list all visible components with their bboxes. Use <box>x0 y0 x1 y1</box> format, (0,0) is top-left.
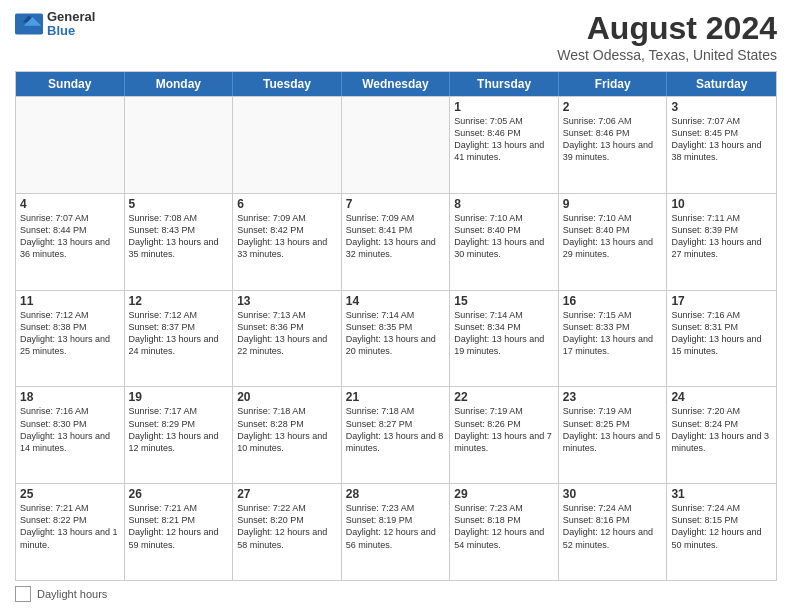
day-number: 27 <box>237 487 337 501</box>
calendar-body: 1Sunrise: 7:05 AMSunset: 8:46 PMDaylight… <box>16 96 776 580</box>
calendar-row-3: 18Sunrise: 7:16 AMSunset: 8:30 PMDayligh… <box>16 386 776 483</box>
calendar-cell: 4Sunrise: 7:07 AMSunset: 8:44 PMDaylight… <box>16 194 125 290</box>
day-number: 13 <box>237 294 337 308</box>
day-number: 16 <box>563 294 663 308</box>
cell-info: Sunrise: 7:23 AMSunset: 8:19 PMDaylight:… <box>346 502 446 551</box>
day-number: 14 <box>346 294 446 308</box>
calendar-cell: 7Sunrise: 7:09 AMSunset: 8:41 PMDaylight… <box>342 194 451 290</box>
cell-info: Sunrise: 7:14 AMSunset: 8:34 PMDaylight:… <box>454 309 554 358</box>
cell-info: Sunrise: 7:09 AMSunset: 8:42 PMDaylight:… <box>237 212 337 261</box>
header-day-sunday: Sunday <box>16 72 125 96</box>
calendar-cell: 13Sunrise: 7:13 AMSunset: 8:36 PMDayligh… <box>233 291 342 387</box>
day-number: 6 <box>237 197 337 211</box>
cell-info: Sunrise: 7:21 AMSunset: 8:22 PMDaylight:… <box>20 502 120 551</box>
title-block: August 2024 West Odessa, Texas, United S… <box>557 10 777 63</box>
header-day-saturday: Saturday <box>667 72 776 96</box>
calendar-cell: 25Sunrise: 7:21 AMSunset: 8:22 PMDayligh… <box>16 484 125 580</box>
day-number: 29 <box>454 487 554 501</box>
cell-info: Sunrise: 7:12 AMSunset: 8:38 PMDaylight:… <box>20 309 120 358</box>
calendar-cell: 18Sunrise: 7:16 AMSunset: 8:30 PMDayligh… <box>16 387 125 483</box>
calendar-cell: 31Sunrise: 7:24 AMSunset: 8:15 PMDayligh… <box>667 484 776 580</box>
daylight-swatch <box>15 586 31 602</box>
cell-info: Sunrise: 7:08 AMSunset: 8:43 PMDaylight:… <box>129 212 229 261</box>
header-day-monday: Monday <box>125 72 234 96</box>
calendar-cell <box>233 97 342 193</box>
calendar-cell: 27Sunrise: 7:22 AMSunset: 8:20 PMDayligh… <box>233 484 342 580</box>
calendar-cell: 11Sunrise: 7:12 AMSunset: 8:38 PMDayligh… <box>16 291 125 387</box>
cell-info: Sunrise: 7:22 AMSunset: 8:20 PMDaylight:… <box>237 502 337 551</box>
cell-info: Sunrise: 7:06 AMSunset: 8:46 PMDaylight:… <box>563 115 663 164</box>
calendar-cell <box>125 97 234 193</box>
cell-info: Sunrise: 7:11 AMSunset: 8:39 PMDaylight:… <box>671 212 772 261</box>
calendar-cell: 26Sunrise: 7:21 AMSunset: 8:21 PMDayligh… <box>125 484 234 580</box>
cell-info: Sunrise: 7:19 AMSunset: 8:26 PMDaylight:… <box>454 405 554 454</box>
day-number: 23 <box>563 390 663 404</box>
day-number: 20 <box>237 390 337 404</box>
calendar-cell: 8Sunrise: 7:10 AMSunset: 8:40 PMDaylight… <box>450 194 559 290</box>
calendar-cell: 1Sunrise: 7:05 AMSunset: 8:46 PMDaylight… <box>450 97 559 193</box>
cell-info: Sunrise: 7:10 AMSunset: 8:40 PMDaylight:… <box>563 212 663 261</box>
header: General Blue August 2024 West Odessa, Te… <box>15 10 777 63</box>
day-number: 30 <box>563 487 663 501</box>
day-number: 4 <box>20 197 120 211</box>
calendar-cell: 21Sunrise: 7:18 AMSunset: 8:27 PMDayligh… <box>342 387 451 483</box>
header-day-tuesday: Tuesday <box>233 72 342 96</box>
logo-blue: Blue <box>47 24 95 38</box>
calendar-cell: 2Sunrise: 7:06 AMSunset: 8:46 PMDaylight… <box>559 97 668 193</box>
calendar-cell: 16Sunrise: 7:15 AMSunset: 8:33 PMDayligh… <box>559 291 668 387</box>
day-number: 12 <box>129 294 229 308</box>
cell-info: Sunrise: 7:19 AMSunset: 8:25 PMDaylight:… <box>563 405 663 454</box>
day-number: 8 <box>454 197 554 211</box>
cell-info: Sunrise: 7:09 AMSunset: 8:41 PMDaylight:… <box>346 212 446 261</box>
day-number: 28 <box>346 487 446 501</box>
day-number: 15 <box>454 294 554 308</box>
day-number: 24 <box>671 390 772 404</box>
calendar-cell: 22Sunrise: 7:19 AMSunset: 8:26 PMDayligh… <box>450 387 559 483</box>
calendar-cell: 3Sunrise: 7:07 AMSunset: 8:45 PMDaylight… <box>667 97 776 193</box>
cell-info: Sunrise: 7:21 AMSunset: 8:21 PMDaylight:… <box>129 502 229 551</box>
page: General Blue August 2024 West Odessa, Te… <box>0 0 792 612</box>
page-title: August 2024 <box>557 10 777 47</box>
calendar-row-2: 11Sunrise: 7:12 AMSunset: 8:38 PMDayligh… <box>16 290 776 387</box>
day-number: 10 <box>671 197 772 211</box>
calendar-header: SundayMondayTuesdayWednesdayThursdayFrid… <box>16 72 776 96</box>
calendar-cell: 9Sunrise: 7:10 AMSunset: 8:40 PMDaylight… <box>559 194 668 290</box>
header-day-wednesday: Wednesday <box>342 72 451 96</box>
calendar-cell <box>16 97 125 193</box>
calendar-cell: 24Sunrise: 7:20 AMSunset: 8:24 PMDayligh… <box>667 387 776 483</box>
day-number: 11 <box>20 294 120 308</box>
calendar-cell: 23Sunrise: 7:19 AMSunset: 8:25 PMDayligh… <box>559 387 668 483</box>
logo-text: General Blue <box>47 10 95 39</box>
cell-info: Sunrise: 7:07 AMSunset: 8:45 PMDaylight:… <box>671 115 772 164</box>
cell-info: Sunrise: 7:18 AMSunset: 8:28 PMDaylight:… <box>237 405 337 454</box>
logo-icon <box>15 10 43 38</box>
cell-info: Sunrise: 7:17 AMSunset: 8:29 PMDaylight:… <box>129 405 229 454</box>
calendar-cell: 15Sunrise: 7:14 AMSunset: 8:34 PMDayligh… <box>450 291 559 387</box>
day-number: 19 <box>129 390 229 404</box>
cell-info: Sunrise: 7:05 AMSunset: 8:46 PMDaylight:… <box>454 115 554 164</box>
logo-general: General <box>47 10 95 24</box>
day-number: 9 <box>563 197 663 211</box>
day-number: 22 <box>454 390 554 404</box>
cell-info: Sunrise: 7:16 AMSunset: 8:30 PMDaylight:… <box>20 405 120 454</box>
cell-info: Sunrise: 7:20 AMSunset: 8:24 PMDaylight:… <box>671 405 772 454</box>
calendar-row-0: 1Sunrise: 7:05 AMSunset: 8:46 PMDaylight… <box>16 96 776 193</box>
cell-info: Sunrise: 7:23 AMSunset: 8:18 PMDaylight:… <box>454 502 554 551</box>
logo: General Blue <box>15 10 95 39</box>
calendar-cell: 19Sunrise: 7:17 AMSunset: 8:29 PMDayligh… <box>125 387 234 483</box>
cell-info: Sunrise: 7:10 AMSunset: 8:40 PMDaylight:… <box>454 212 554 261</box>
cell-info: Sunrise: 7:24 AMSunset: 8:16 PMDaylight:… <box>563 502 663 551</box>
calendar-cell <box>342 97 451 193</box>
day-number: 7 <box>346 197 446 211</box>
cell-info: Sunrise: 7:13 AMSunset: 8:36 PMDaylight:… <box>237 309 337 358</box>
day-number: 18 <box>20 390 120 404</box>
cell-info: Sunrise: 7:24 AMSunset: 8:15 PMDaylight:… <box>671 502 772 551</box>
page-subtitle: West Odessa, Texas, United States <box>557 47 777 63</box>
calendar-cell: 6Sunrise: 7:09 AMSunset: 8:42 PMDaylight… <box>233 194 342 290</box>
calendar-cell: 12Sunrise: 7:12 AMSunset: 8:37 PMDayligh… <box>125 291 234 387</box>
day-number: 21 <box>346 390 446 404</box>
calendar-cell: 28Sunrise: 7:23 AMSunset: 8:19 PMDayligh… <box>342 484 451 580</box>
calendar-cell: 10Sunrise: 7:11 AMSunset: 8:39 PMDayligh… <box>667 194 776 290</box>
day-number: 2 <box>563 100 663 114</box>
footer: Daylight hours <box>15 586 777 602</box>
